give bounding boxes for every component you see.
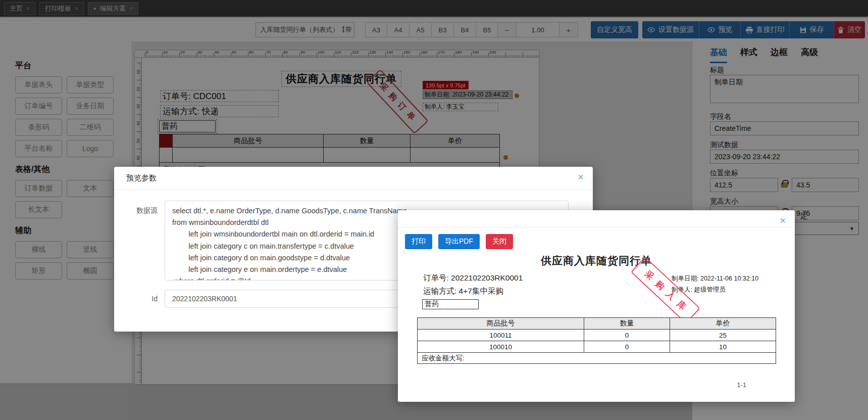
preview-table-cell: 100010 xyxy=(418,341,584,353)
preview-goods-type: 普药 xyxy=(422,299,479,309)
preview-table-cell: 0 xyxy=(584,330,670,341)
preview-table-cell: 100011 xyxy=(418,330,584,341)
preview-table-header: 数量 xyxy=(584,318,670,330)
preview-order-no: 订单号: 2022102203RK0001 xyxy=(423,273,523,284)
preview-table-footer: 应收金额大写: xyxy=(418,353,776,364)
preview-table-header: 单价 xyxy=(670,318,776,330)
close-icon[interactable]: × xyxy=(780,215,786,225)
preview-dialog-header xyxy=(398,210,795,227)
datasource-label: 数据源 xyxy=(124,206,158,215)
preview-doc-title: 供应商入库随货同行单 xyxy=(398,254,795,268)
dialog-title: 预览参数 xyxy=(114,167,593,190)
page-indicator: 1-1 xyxy=(737,381,746,389)
id-label: Id xyxy=(124,295,158,303)
preview-button-row: 打印 导出PDF 关闭 xyxy=(405,234,513,249)
close-icon[interactable]: × xyxy=(578,172,584,182)
preview-detail-table: 商品批号数量单价100011025100010010应收金额大写: xyxy=(417,317,776,364)
preview-table-header: 商品批号 xyxy=(418,318,584,330)
print-button[interactable]: 打印 xyxy=(405,234,432,249)
close-preview-button[interactable]: 关闭 xyxy=(486,234,513,249)
print-preview-dialog: × 打印 导出PDF 关闭 供应商入库随货同行单 订单号: 2022102203… xyxy=(398,210,795,402)
preview-table-cell: 25 xyxy=(670,330,776,341)
export-pdf-button[interactable]: 导出PDF xyxy=(438,234,480,249)
preview-table-cell: 10 xyxy=(670,341,776,353)
preview-table-cell: 0 xyxy=(584,341,670,353)
preview-transport: 运输方式: 4+7集中采购 xyxy=(423,286,503,297)
preview-create-date: 制单日期: 2022-11-06 10:32:10 xyxy=(672,274,758,283)
